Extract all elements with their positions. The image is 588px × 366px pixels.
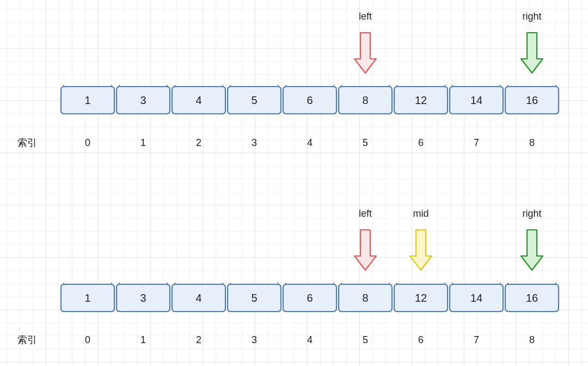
row1-index-7: 7	[474, 137, 479, 148]
row2-cell-7-value: 14	[470, 292, 482, 304]
row1-cell-5-value: 8	[362, 94, 368, 106]
row2-index-4: 4	[307, 334, 313, 345]
row2-cell-2-value: 4	[195, 292, 201, 304]
row2-cell-4-value: 6	[307, 292, 313, 304]
row2-index-1: 1	[140, 334, 146, 345]
row2-pointer-right-label: right	[522, 208, 541, 219]
row2-index-label: 索引	[17, 334, 37, 345]
row2-index-0: 0	[85, 334, 90, 345]
row2-cell-5-value: 8	[362, 292, 368, 304]
row1-cell-1-value: 3	[140, 94, 146, 106]
row2-pointer-right-arrow	[521, 230, 543, 270]
row1-cell-4-value: 6	[307, 94, 313, 106]
row1-index-2: 2	[196, 137, 201, 148]
row1-index-1: 1	[140, 137, 146, 148]
row1-cell-3-value: 5	[251, 94, 257, 106]
row1-index-5: 5	[363, 137, 368, 148]
row2-index-3: 3	[252, 334, 257, 345]
row2-pointer-mid-label: mid	[413, 208, 428, 219]
row1-index-4: 4	[307, 137, 313, 148]
row2-index-2: 2	[196, 334, 201, 345]
row2-cell-1-value: 3	[140, 292, 146, 304]
row1-cell-6-value: 12	[415, 94, 427, 106]
row2-index-7: 7	[474, 334, 479, 345]
row2-cell-3-value: 5	[251, 292, 257, 304]
diagram-canvas: 134568121416012345678索引leftright13456812…	[0, 0, 588, 366]
row1-pointer-right-label: right	[522, 11, 541, 22]
row1-index-0: 0	[85, 137, 90, 148]
row1-cell-0-value: 1	[84, 94, 90, 106]
row2-pointer-left-label: left	[359, 208, 372, 219]
row1-index-8: 8	[529, 137, 535, 148]
row2-index-8: 8	[529, 334, 535, 345]
row1-cell-7-value: 14	[470, 94, 482, 106]
row1-index-label: 索引	[17, 137, 37, 148]
row2-cell-0-value: 1	[84, 292, 90, 304]
row2-index-5: 5	[363, 334, 368, 345]
row1-index-3: 3	[252, 137, 257, 148]
row2-pointer-left-arrow	[354, 230, 376, 270]
row1-cell-2-value: 4	[195, 94, 201, 106]
row1-cell-8-value: 16	[526, 94, 538, 106]
row2-cell-8-value: 16	[526, 292, 538, 304]
row1-index-6: 6	[418, 137, 424, 148]
row1-pointer-right-arrow	[521, 33, 543, 73]
row1-pointer-left-arrow	[354, 33, 376, 73]
row2-cell-6-value: 12	[415, 292, 427, 304]
row2-pointer-mid-arrow	[410, 230, 432, 270]
row1-pointer-left-label: left	[359, 11, 372, 22]
row2-index-6: 6	[418, 334, 424, 345]
